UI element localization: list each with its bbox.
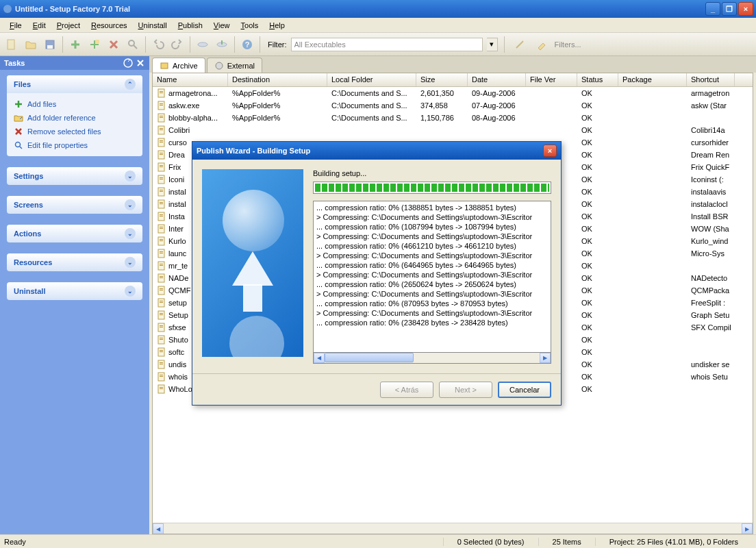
- svg-rect-70: [160, 314, 163, 315]
- table-row[interactable]: ColibriOKColibri14a: [153, 124, 753, 136]
- window-title: Untitled - Setup Factory 7.0 Trial: [15, 5, 705, 13]
- redo-icon[interactable]: [168, 36, 186, 53]
- task-edit-file-properties[interactable]: Edit file properties: [12, 138, 137, 152]
- help-icon[interactable]: ?: [238, 36, 256, 53]
- table-row[interactable]: armagetrona...%AppFolder%C:\Documents an…: [153, 87, 753, 99]
- tab-archive[interactable]: Archive: [152, 58, 205, 73]
- log-line: > Compressing: C:\Documents and Settings…: [316, 251, 548, 260]
- maximize-button[interactable]: ❐: [722, 2, 737, 16]
- undo-icon[interactable]: [149, 36, 167, 53]
- svg-rect-16: [160, 92, 163, 93]
- filters-link[interactable]: Filters...: [555, 40, 581, 49]
- log-line: > Compressing: C:\Documents and Settings…: [316, 289, 548, 299]
- table-row[interactable]: blobby-alpha...%AppFolder%C:\Documents a…: [153, 112, 753, 124]
- uninstall-panel-header[interactable]: Uninstall⌄: [7, 282, 142, 300]
- scroll-thumb[interactable]: [325, 353, 414, 362]
- col-file-ver[interactable]: File Ver: [526, 73, 577, 86]
- wizard-close-button[interactable]: ×: [543, 145, 557, 157]
- col-name[interactable]: Name: [153, 73, 228, 86]
- col-shortcut[interactable]: Shortcut: [687, 73, 735, 86]
- col-size[interactable]: Size: [416, 73, 468, 86]
- settings-panel-header[interactable]: Settings⌄: [7, 167, 142, 185]
- edit-filter-icon[interactable]: [533, 36, 551, 53]
- status-selected: 0 Selected (0 bytes): [443, 538, 538, 546]
- search-icon[interactable]: [124, 36, 142, 53]
- svg-rect-75: [160, 338, 163, 338]
- tasks-sidebar: Tasks Files ⌃ Add filesAdd folder refere…: [0, 56, 149, 534]
- close-button[interactable]: ×: [738, 2, 753, 16]
- files-panel-header[interactable]: Files ⌃: [7, 75, 142, 93]
- svg-text:?: ?: [245, 40, 250, 49]
- cell-name: Colibri: [153, 125, 228, 135]
- filter-input[interactable]: [291, 38, 483, 51]
- menu-help[interactable]: Help: [264, 20, 290, 31]
- menu-publish[interactable]: Publish: [173, 20, 208, 31]
- scroll-right-icon[interactable]: ▶: [742, 523, 753, 534]
- chevron-down-icon: ⌄: [125, 199, 136, 210]
- minimize-button[interactable]: _: [705, 2, 720, 16]
- add-icon[interactable]: [66, 36, 84, 53]
- svg-point-6: [198, 42, 207, 47]
- svg-rect-40: [160, 191, 163, 192]
- close-tasks-icon[interactable]: [136, 58, 145, 68]
- refresh-icon[interactable]: [123, 58, 133, 68]
- task-add-files[interactable]: Add files: [12, 97, 137, 111]
- menu-view[interactable]: View: [208, 20, 236, 31]
- screens-panel-header[interactable]: Screens⌄: [7, 196, 142, 214]
- menu-resources[interactable]: Resources: [86, 20, 133, 31]
- cancel-button[interactable]: Cancelar: [498, 382, 551, 398]
- col-status[interactable]: Status: [577, 73, 618, 86]
- col-local-folder[interactable]: Local Folder: [327, 73, 416, 86]
- svg-rect-69: [160, 313, 163, 314]
- back-button: < Atrás: [380, 382, 433, 398]
- delete-icon[interactable]: [105, 36, 123, 53]
- wizard-graphic: [202, 169, 303, 357]
- cell-name: armagetrona...: [153, 88, 228, 98]
- chevron-down-icon: ⌄: [125, 257, 136, 268]
- statusbar: Ready 0 Selected (0 bytes) 25 Items Proj…: [0, 534, 756, 548]
- add-ref-icon[interactable]: [86, 36, 103, 53]
- wand-icon[interactable]: [511, 36, 529, 53]
- publish-icon[interactable]: [213, 36, 231, 53]
- svg-rect-30: [160, 153, 163, 153]
- log-line: ... compression ratio: 0% (2650624 bytes…: [316, 279, 548, 289]
- menu-edit[interactable]: Edit: [27, 20, 51, 31]
- chevron-up-icon: ⌃: [125, 79, 136, 90]
- magnify-icon: [14, 140, 23, 150]
- menu-file[interactable]: File: [4, 20, 27, 31]
- svg-rect-52: [160, 240, 163, 241]
- resources-panel-header[interactable]: Resources⌄: [7, 253, 142, 271]
- tab-external[interactable]: External: [207, 58, 262, 73]
- filter-dropdown[interactable]: ▾: [487, 38, 498, 51]
- separator: [260, 36, 260, 53]
- svg-rect-22: [160, 117, 163, 118]
- col-package[interactable]: Package: [618, 73, 687, 86]
- svg-point-5: [129, 40, 134, 46]
- menu-uninstall[interactable]: Uninstall: [133, 20, 173, 31]
- table-row[interactable]: askw.exe%AppFolder%C:\Documents and S...…: [153, 99, 753, 112]
- menubar: FileEditProjectResourcesUninstallPublish…: [0, 18, 756, 33]
- menu-tools[interactable]: Tools: [236, 20, 264, 31]
- menu-project[interactable]: Project: [51, 20, 86, 31]
- build-log[interactable]: ... compression ratio: 0% (1388851 bytes…: [313, 201, 551, 353]
- task-remove-selected-files[interactable]: Remove selected files: [12, 125, 137, 138]
- log-scrollbar[interactable]: ◀ ▶: [313, 353, 551, 364]
- col-destination[interactable]: Destination: [228, 73, 327, 86]
- build-icon[interactable]: [194, 36, 212, 53]
- actions-panel-header[interactable]: Actions⌄: [7, 225, 142, 242]
- scroll-left-icon[interactable]: ◀: [153, 523, 164, 534]
- scroll-left-icon[interactable]: ◀: [314, 353, 325, 363]
- progress-fill: [315, 184, 549, 192]
- svg-rect-12: [161, 63, 168, 68]
- svg-rect-19: [160, 105, 163, 105]
- log-line: ... compression ratio: 0% (238428 bytes …: [316, 318, 548, 327]
- col-date[interactable]: Date: [468, 73, 526, 86]
- task-add-folder-reference[interactable]: Add folder reference: [12, 111, 137, 125]
- svg-rect-1: [8, 40, 14, 49]
- open-icon[interactable]: [22, 36, 40, 53]
- scroll-right-icon[interactable]: ▶: [540, 353, 551, 363]
- horizontal-scrollbar[interactable]: ◀ ▶: [153, 523, 753, 534]
- save-icon[interactable]: [41, 36, 59, 53]
- svg-rect-55: [160, 253, 163, 253]
- new-icon[interactable]: [3, 36, 21, 53]
